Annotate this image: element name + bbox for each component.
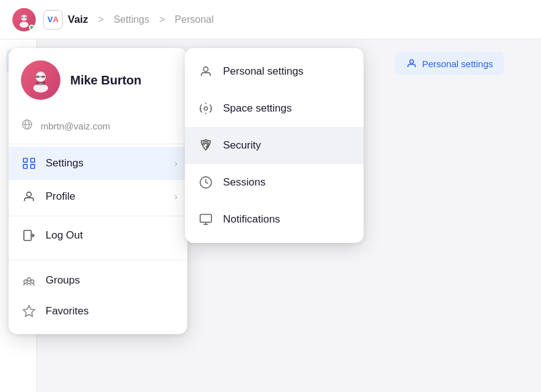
profile-label: Profile — [46, 190, 75, 203]
svg-point-29 — [24, 280, 28, 284]
svg-rect-28 — [24, 231, 31, 241]
svg-rect-17 — [41, 76, 45, 78]
svg-point-33 — [203, 67, 208, 71]
personal-settings-submenu-label: Personal settings — [223, 65, 303, 78]
user-avatar-topbar[interactable] — [12, 8, 36, 31]
user-avatar-large — [21, 60, 60, 100]
personal-settings-icon — [197, 63, 214, 80]
profile-chevron: › — [174, 192, 177, 202]
submenu-item-security[interactable]: Security — [185, 127, 364, 164]
user-email: mbrtn@vaiz.com — [41, 121, 110, 131]
svg-point-30 — [27, 277, 31, 281]
topbar: VA Vaiz > Settings > Personal — [0, 0, 541, 39]
personal-settings-label: Personal settings — [422, 59, 493, 69]
svg-rect-25 — [23, 165, 27, 168]
breadcrumb-sep1: > — [98, 14, 104, 25]
submenu-item-personal-settings[interactable]: Personal settings — [185, 53, 364, 90]
svg-point-31 — [31, 280, 35, 284]
svg-rect-23 — [23, 158, 27, 162]
sessions-icon — [197, 174, 214, 191]
user-email-row: mbrtn@vaiz.com — [9, 111, 187, 141]
settings-icon — [21, 155, 37, 171]
personal-settings-button[interactable]: Personal settings — [395, 52, 504, 75]
dropdown-divider-1 — [9, 144, 187, 144]
user-dropdown: Mike Burton mbrtn@vaiz.com Settings › — [9, 48, 187, 334]
svg-rect-24 — [31, 158, 35, 162]
user-display-name: Mike Burton — [70, 73, 142, 88]
svg-rect-3 — [25, 17, 27, 18]
space-settings-label: Space settings — [223, 102, 292, 115]
logo-box: VA — [43, 10, 63, 30]
notifications-icon — [197, 211, 214, 228]
settings-submenu: Personal settings Space settings Securit… — [185, 48, 364, 243]
settings-label: Settings — [46, 157, 83, 169]
logout-label: Log Out — [46, 229, 83, 242]
favorites-icon — [21, 303, 37, 319]
favorites-label: Favorites — [46, 305, 89, 317]
svg-point-13 — [410, 60, 413, 63]
submenu-item-notifications[interactable]: Notifications — [185, 201, 364, 238]
groups-icon — [21, 272, 37, 288]
sessions-label: Sessions — [223, 176, 266, 189]
app-logo[interactable]: VA Vaiz — [43, 10, 88, 30]
svg-rect-36 — [200, 214, 211, 223]
svg-rect-16 — [36, 76, 39, 78]
dropdown-item-profile[interactable]: Profile › — [9, 180, 187, 213]
dropdown-divider-2 — [9, 216, 187, 216]
breadcrumb-personal: Personal — [175, 14, 214, 25]
security-label: Security — [223, 139, 261, 152]
dropdown-item-logout[interactable]: Log Out — [9, 219, 187, 252]
svg-point-34 — [204, 107, 208, 110]
logout-icon — [21, 227, 37, 243]
submenu-item-sessions[interactable]: Sessions — [185, 164, 364, 201]
space-settings-icon — [197, 100, 214, 117]
dropdown-item-groups[interactable]: Groups — [9, 265, 187, 296]
dropdown-item-favorites[interactable]: Favorites — [9, 296, 187, 327]
user-dropdown-header: Mike Burton — [9, 60, 187, 111]
svg-point-27 — [26, 192, 31, 197]
breadcrumb-settings: Settings — [113, 14, 149, 25]
notifications-label: Notifications — [223, 213, 280, 226]
security-icon — [197, 137, 214, 154]
svg-marker-32 — [23, 306, 35, 316]
groups-label: Groups — [46, 274, 80, 287]
app-name: Vaiz — [68, 14, 88, 26]
dropdown-item-settings[interactable]: Settings › — [9, 147, 187, 180]
email-icon — [21, 118, 33, 134]
svg-rect-2 — [21, 17, 23, 18]
settings-chevron: › — [174, 158, 177, 168]
svg-rect-26 — [31, 165, 35, 168]
svg-point-1 — [20, 22, 29, 28]
breadcrumb-sep2: > — [159, 14, 165, 25]
submenu-item-space-settings[interactable]: Space settings — [185, 90, 364, 127]
profile-icon — [21, 189, 37, 205]
online-dot — [29, 25, 35, 30]
